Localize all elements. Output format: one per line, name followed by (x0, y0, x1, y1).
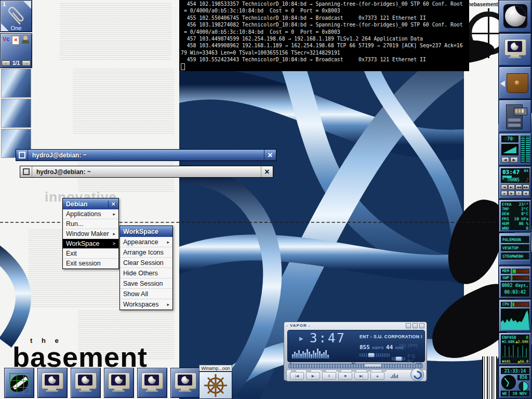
dock-tile-weather[interactable]: EYKA23²⁰ TMP2°C DEW0°C PRS10 hPa HUM86 %… (499, 200, 531, 232)
terminal-line: 454 102.198533357 TechnicolorD_10:84:bd … (181, 1, 469, 7)
menu-item-exit-session[interactable]: Exit session (63, 259, 118, 269)
launcher-steamwebhelper-button[interactable]: STEAMWEBH (501, 252, 529, 260)
menu-item-window-maker[interactable]: Window Maker▸ (63, 229, 118, 239)
mono-indicator: [O] (400, 343, 406, 347)
mini-visualizer (391, 374, 398, 378)
bottomdock-tile-terminal-5[interactable] (170, 368, 201, 398)
winamp-close-button[interactable] (419, 323, 424, 328)
close-button[interactable]: × (264, 150, 276, 161)
vc-app-icon[interactable]: Vc (3, 36, 9, 42)
dock-tile-clock[interactable]: 21:33:14 856 WE 19 NOV (499, 366, 531, 398)
dock-tile-cd-player[interactable]: 03:47 04 *8TRANS ♪ |◀ ▶| ◀◀ ▶▶ ▲ ▶ ‖ ■ (499, 166, 531, 199)
cd-track-number: 04 (524, 169, 528, 173)
play-button[interactable]: ▶ (306, 372, 320, 380)
pager-next-button[interactable]: → (22, 60, 31, 66)
pager-previous-button[interactable]: ← (2, 60, 10, 66)
config-tool-icon (9, 373, 30, 394)
dock-tile-gnustep[interactable] (499, 0, 531, 33)
cd-forward-button[interactable]: ▶▶ (523, 184, 529, 190)
miniaturize-button[interactable] (16, 150, 28, 161)
bottomdock-tile-terminal-2[interactable] (71, 368, 101, 398)
cd-eject-button[interactable]: ▲ (501, 191, 508, 196)
menu-item-applications[interactable]: Applications▸ (63, 209, 118, 219)
menu-item-appearance[interactable]: Appearance▸ (120, 237, 172, 247)
balance-thumb[interactable] (395, 356, 402, 361)
dock-tile-memory-monitor[interactable]: MEM SWP 0002 days, 06:03:42 (499, 266, 531, 299)
terminal-cursor (181, 63, 185, 70)
volume-slider[interactable] (360, 353, 390, 357)
titlebar-terminal-focused[interactable]: hydroJ@debian: ~ × (16, 149, 276, 161)
winamp-titlebar[interactable]: - VAPOR - (284, 322, 427, 329)
cd-rewind-button[interactable]: ◀◀ (515, 184, 522, 190)
dock-tile-drawer[interactable] (499, 66, 531, 99)
mixer-prev-button[interactable]: ◀ (501, 157, 509, 163)
terminal-line: 459 103.552423443 TechnicolorD_10:84:bd … (181, 56, 469, 63)
swap-usage-bar (512, 275, 529, 281)
wallpaper-thumbnail (1, 99, 31, 128)
menu-item-clear-session[interactable]: Clear Session (120, 258, 172, 268)
cd-next-button[interactable]: ▶| (508, 184, 515, 190)
bottomdock-tile-terminal-3[interactable] (104, 368, 134, 398)
volume-thumb[interactable] (368, 353, 375, 357)
seek-bar[interactable]: 0 50 100 (287, 362, 424, 368)
launcher-vesktop-button[interactable]: VESKTOP (501, 244, 529, 251)
cd-pause-button[interactable]: ‖ (515, 191, 522, 196)
menu-item-exit[interactable]: Exit (63, 249, 118, 259)
window-title[interactable]: hydroJ@debian: ~ (28, 150, 264, 161)
samplerate-value: 44 (386, 344, 393, 351)
submenu-arrow-icon: ▸ (167, 302, 169, 307)
user-avatar-icon[interactable] (22, 36, 29, 44)
seek-thumb[interactable] (365, 364, 381, 367)
dock-tile-mixer[interactable]: 8708 ◀ ▶ (499, 133, 531, 166)
terminal-window[interactable]: 454 102.198533357 TechnicolorD_10:84:bd … (179, 0, 469, 71)
winamp-miniwindow-icon[interactable] (199, 371, 232, 399)
dock-tile-terminal-monitor[interactable] (499, 33, 531, 66)
root-menu-titlebar[interactable]: Debian× (63, 198, 118, 209)
cd-play-button[interactable]: ▶ (508, 191, 515, 196)
workspace-clip[interactable]: 1 One (0, 0, 32, 32)
menu-item-show-all[interactable]: Show All (120, 289, 172, 299)
winamp-shade-button[interactable] (413, 323, 418, 328)
menu-item-label: Save Session (123, 280, 163, 287)
menu-item-save-session[interactable]: Save Session (120, 278, 172, 289)
menu-item-run[interactable]: Run... (63, 219, 118, 229)
vapor-logo-knob[interactable] (410, 368, 424, 381)
volume-wedge[interactable] (501, 144, 518, 155)
drawer-icon (507, 73, 528, 93)
bottomdock-tile-terminal-1[interactable] (37, 368, 68, 398)
close-button[interactable]: × (261, 166, 273, 177)
balance-slider[interactable] (392, 357, 405, 361)
next-button[interactable]: ▶| (354, 372, 368, 380)
eject-button[interactable]: ▲ (370, 372, 384, 380)
workspace-submenu-titlebar[interactable]: WorkSpace (120, 226, 172, 237)
miniaturize-button[interactable] (20, 166, 32, 177)
winamp-player[interactable]: - VAPOR - ▶ 3:47 ENT - S.U. CORPORATION … (284, 322, 427, 381)
menu-item-workspaces[interactable]: Workspaces▸ (120, 299, 172, 310)
error-document-icon[interactable]: ✕ (12, 36, 19, 45)
mem-usage-bar (512, 269, 529, 274)
winamp-minimize-button[interactable] (406, 323, 411, 328)
menu-item-workspace-selected[interactable]: WorkSpace> (63, 239, 118, 249)
workspace-name: One (1, 25, 32, 31)
root-menu-close-icon[interactable]: × (108, 201, 115, 208)
drawer-arrow-icon[interactable] (500, 81, 505, 87)
menu-item-hide-others[interactable]: Hide Others (120, 268, 172, 278)
bottomdock-tile-terminal-4[interactable] (137, 368, 167, 398)
dock-tile-cpu-monitor[interactable]: CPU (499, 299, 531, 332)
titlebar-terminal-unfocused[interactable]: hydroJ@debian: ~ × (20, 166, 273, 178)
dock-tile-network-monitor[interactable]: ENP4S0 8 ▼1.68K ▲2.94K ▼445 ▲66.0 (499, 332, 531, 365)
cd-prev-button[interactable]: |◀ (501, 184, 508, 190)
traffic-graph (502, 344, 528, 357)
stop-button[interactable]: ■ (338, 372, 352, 380)
previous-button[interactable]: |◀ (290, 372, 304, 380)
dock-tile-file-cabinet[interactable] (499, 100, 531, 132)
digital-time-display: 21:33:14 (501, 368, 529, 374)
mixer-next-button[interactable]: ▶ (510, 157, 518, 163)
gnustep-sphere-icon (505, 6, 526, 26)
bottomdock-tile-tool[interactable] (4, 368, 34, 398)
menu-item-arrange-icons[interactable]: Arrange Icons (120, 247, 172, 258)
window-title[interactable]: hydroJ@debian: ~ (32, 166, 261, 177)
launcher-palemoon-button[interactable]: PALEMOON (501, 236, 529, 243)
pause-button[interactable]: ‖ (322, 372, 336, 380)
cd-stop-button[interactable]: ■ (523, 191, 529, 196)
